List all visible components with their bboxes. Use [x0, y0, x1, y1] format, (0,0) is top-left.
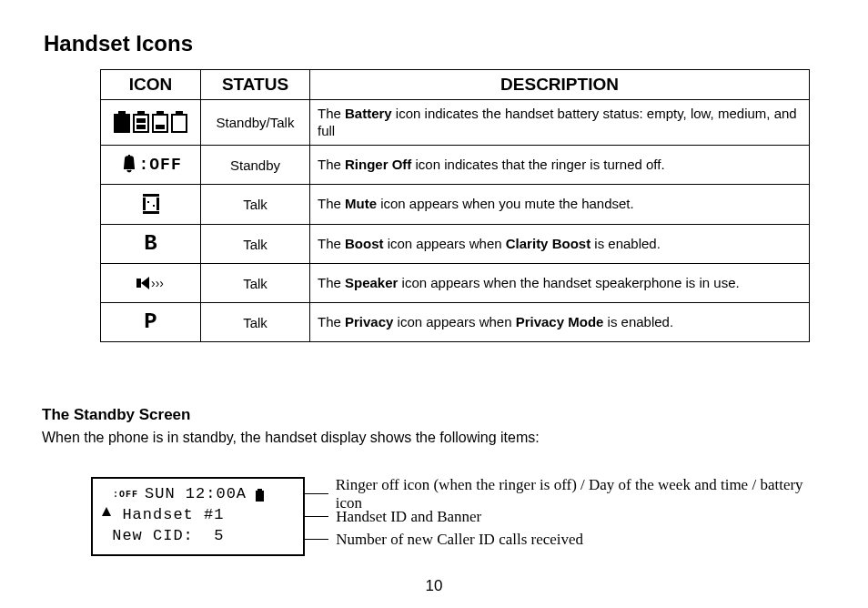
callout-text: Number of new Caller ID calls received	[336, 531, 583, 549]
table-row: ››› Talk The Speaker icon appears when t…	[101, 264, 810, 303]
standby-heading: The Standby Screen	[42, 406, 823, 424]
table-row: Standby/Talk The Battery icon indicates …	[101, 99, 810, 146]
leader-line-icon	[305, 516, 328, 517]
icons-table: ICON STATUS DESCRIPTION Standby/Talk The	[100, 69, 810, 342]
mute-icon	[143, 190, 159, 218]
lcd-line-3: New CID: 5	[102, 526, 296, 547]
header-icon: ICON	[101, 70, 201, 100]
description-cell: The Ringer Off icon indicates that the r…	[310, 146, 810, 185]
battery-icon	[114, 108, 187, 136]
leader-line-icon	[305, 539, 328, 540]
table-row: P Talk The Privacy icon appears when Pri…	[101, 303, 810, 342]
status-cell: Talk	[201, 225, 310, 264]
callout-text: Handset ID and Banner	[336, 508, 481, 526]
status-cell: Talk	[201, 185, 310, 225]
callout-row: Handset ID and Banner	[305, 506, 823, 528]
callout-row: Number of new Caller ID calls received	[305, 529, 823, 551]
status-cell: Standby	[201, 146, 310, 185]
callout-row: Ringer off icon (when the ringer is off)…	[305, 483, 823, 505]
boost-icon: B	[144, 230, 156, 258]
status-cell: Talk	[201, 303, 310, 342]
header-description: DESCRIPTION	[310, 70, 810, 100]
status-cell: Standby/Talk	[201, 99, 310, 146]
lcd-battery-icon	[256, 489, 264, 502]
status-cell: Talk	[201, 264, 310, 303]
ringer-off-text: :OFF	[139, 156, 182, 174]
description-cell: The Speaker icon appears when the handse…	[310, 264, 810, 303]
description-cell: The Mute icon appears when you mute the …	[310, 185, 810, 225]
page-number: 10	[0, 577, 868, 595]
description-cell: The Boost icon appears when Clarity Boos…	[310, 225, 810, 264]
lcd-screen: :OFF SUN 12:00A Handset #1 New CID: 5	[91, 477, 305, 556]
table-row: Talk The Mute icon appears when you mute…	[101, 185, 810, 225]
lcd-line-1: :OFF SUN 12:00A	[102, 484, 296, 505]
lcd-line-2: Handset #1	[102, 505, 296, 526]
lcd-bell-icon	[102, 489, 111, 502]
speaker-icon: ›››	[137, 269, 164, 297]
privacy-icon: P	[144, 309, 156, 336]
description-cell: The Battery icon indicates the handset b…	[310, 99, 810, 146]
table-row: :OFF Standby The Ringer Off icon indicat…	[101, 146, 810, 185]
callouts: Ringer off icon (when the ringer is off)…	[305, 477, 823, 556]
standby-diagram: :OFF SUN 12:00A Handset #1 New CID: 5 Ri…	[91, 477, 823, 556]
description-cell: The Privacy icon appears when Privacy Mo…	[310, 303, 810, 342]
standby-intro: When the phone is in standby, the handse…	[42, 430, 823, 446]
table-row: B Talk The Boost icon appears when Clari…	[101, 225, 810, 264]
page-title: Handset Icons	[44, 31, 823, 56]
ringer-off-icon: :OFF	[123, 151, 179, 178]
header-status: STATUS	[201, 70, 310, 100]
table-header-row: ICON STATUS DESCRIPTION	[101, 70, 810, 100]
leader-line-icon	[305, 493, 328, 494]
